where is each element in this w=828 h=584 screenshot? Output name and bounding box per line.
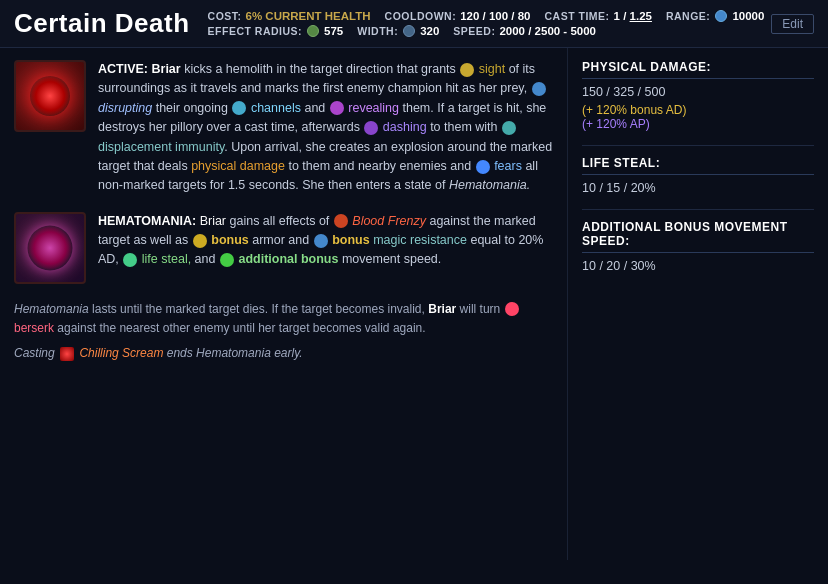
active-text: ACTIVE: Briar kicks a hemolith in the ta… — [98, 60, 553, 196]
life-steal-section: LIFE STEAL: 10 / 15 / 20% — [582, 156, 814, 195]
speed-stat: SPEED: 2000 / 2500 - 5000 — [453, 25, 596, 37]
disrupt-icon — [532, 82, 546, 96]
hematomania-text: HEMATOMANIA: Briar gains all effects of … — [98, 212, 553, 284]
active-section: ACTIVE: Briar kicks a hemolith in the ta… — [14, 60, 553, 196]
width-icon — [403, 25, 415, 37]
cast-time-stat: CAST TIME: 1 / 1.25 — [544, 10, 651, 22]
cast-time-value: 1 / 1.25 — [614, 10, 652, 22]
header-stats: COST: 6% CURRENT HEALTH COOLDOWN: 120 / … — [208, 10, 772, 37]
edit-button[interactable]: Edit — [771, 14, 814, 34]
main-content: ACTIVE: Briar kicks a hemolith in the ta… — [0, 48, 828, 560]
channel-icon — [232, 101, 246, 115]
footer-note: Hematomania lasts until the marked targe… — [14, 300, 553, 338]
bonus-armor-icon — [193, 234, 207, 248]
physical-damage-section: PHYSICAL DAMAGE: 150 / 325 / 500 (+ 120%… — [582, 60, 814, 131]
dash-icon — [364, 121, 378, 135]
reveal-icon — [330, 101, 344, 115]
divider-2 — [582, 209, 814, 210]
cooldown-stat: COOLDOWN: 120 / 100 / 80 — [385, 10, 531, 22]
ability-title: Certain Death — [14, 8, 190, 39]
left-panel: ACTIVE: Briar kicks a hemolith in the ta… — [0, 48, 568, 560]
lifesteal-icon — [123, 253, 137, 267]
range-stat: RANGE: 10000 — [666, 10, 764, 22]
range-icon — [715, 10, 727, 22]
effect-radius-stat: EFFECT RADIUS: 575 — [208, 25, 344, 37]
magic-icon — [314, 234, 328, 248]
stat-row-2: EFFECT RADIUS: 575 WIDTH: 320 SPEED: 200… — [208, 25, 772, 37]
chilling-icon — [60, 347, 74, 361]
hematomania-section: HEMATOMANIA: Briar gains all effects of … — [14, 212, 553, 284]
movement-speed-section: ADDITIONAL BONUS MOVEMENT SPEED: 10 / 20… — [582, 220, 814, 273]
move-icon — [220, 253, 234, 267]
disp-icon — [502, 121, 516, 135]
berserk-icon — [505, 302, 519, 316]
ability-header: Certain Death COST: 6% CURRENT HEALTH CO… — [0, 0, 828, 48]
hematomania-icon — [14, 212, 86, 284]
stat-row-1: COST: 6% CURRENT HEALTH COOLDOWN: 120 / … — [208, 10, 772, 22]
radius-icon — [307, 25, 319, 37]
active-icon — [14, 60, 86, 132]
sight-icon — [460, 63, 474, 77]
divider-1 — [582, 145, 814, 146]
fear-icon — [476, 160, 490, 174]
width-stat: WIDTH: 320 — [357, 25, 439, 37]
header-row: Certain Death COST: 6% CURRENT HEALTH CO… — [14, 8, 814, 39]
blood-icon — [334, 214, 348, 228]
right-panel: PHYSICAL DAMAGE: 150 / 325 / 500 (+ 120%… — [568, 48, 828, 560]
cost-stat: COST: 6% CURRENT HEALTH — [208, 10, 371, 22]
casting-line: Casting Chilling Scream ends Hematomania… — [14, 346, 553, 361]
